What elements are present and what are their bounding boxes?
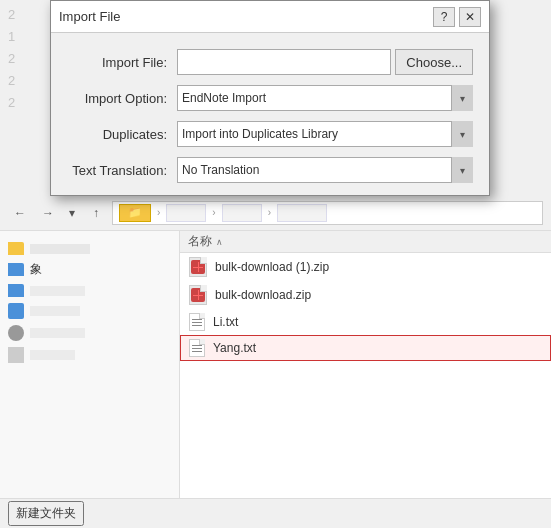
sidebar-icon-3 [8, 303, 24, 319]
zip-badge-inner-1 [193, 262, 203, 272]
close-button[interactable]: ✕ [459, 7, 481, 27]
duplicates-select[interactable]: Import into Duplicates Library Discard D… [177, 121, 473, 147]
zip-icon-1 [189, 257, 207, 277]
address-item-1[interactable]: 📁 [119, 204, 151, 222]
dialog-controls: ? ✕ [433, 7, 481, 27]
sidebar-item-elephant[interactable]: 象 [0, 258, 179, 281]
dialog-body: Import File: Choose... Import Option: En… [51, 33, 489, 195]
up-button[interactable]: ↑ [84, 201, 108, 225]
sidebar-icon-4 [8, 325, 24, 341]
forward-button[interactable]: → [36, 201, 60, 225]
header-name-label: 名称 [188, 233, 212, 250]
sort-arrow: ∧ [216, 237, 223, 247]
import-file-label: Import File: [67, 55, 177, 70]
text-translation-select[interactable]: No Translation Unicode (UTF-8) [177, 157, 473, 183]
folder-icon-elephant [8, 263, 24, 276]
file-item-bulk1[interactable]: bulk-download (1).zip [180, 253, 551, 281]
import-option-select[interactable]: EndNote Import RefMan RIS BibTeX [177, 85, 473, 111]
address-item-3[interactable] [222, 204, 262, 222]
address-sep-3: › [268, 207, 271, 218]
sidebar-item-4[interactable] [0, 322, 179, 344]
sidebar-item-2[interactable] [0, 281, 179, 300]
file-name-bulk1: bulk-download (1).zip [215, 260, 329, 274]
back-button[interactable]: ← [8, 201, 32, 225]
main-file-panel: 名称 ∧ bulk-download (1).zip [180, 231, 551, 498]
zip-badge-inner-2 [193, 290, 203, 300]
sidebar-label-3 [30, 306, 80, 316]
file-item-yang[interactable]: Yang.txt [180, 335, 551, 361]
file-name-li: Li.txt [213, 315, 238, 329]
file-item-bulk2[interactable]: bulk-download.zip [180, 281, 551, 309]
folder-icon-2 [8, 284, 24, 297]
name-column-header: 名称 ∧ [188, 233, 543, 250]
dropdown-button[interactable]: ▾ [64, 201, 80, 225]
choose-button[interactable]: Choose... [395, 49, 473, 75]
address-item-4[interactable] [277, 204, 327, 222]
sidebar-label-2 [30, 286, 85, 296]
sidebar-item-3[interactable] [0, 300, 179, 322]
file-item-li[interactable]: Li.txt [180, 309, 551, 335]
folder-icon-1 [8, 242, 24, 255]
txt-icon-li [189, 313, 205, 331]
text-translation-select-wrapper: No Translation Unicode (UTF-8) ▾ [177, 157, 473, 183]
import-file-dialog: Import File ? ✕ Import File: Choose... I… [50, 0, 490, 196]
sidebar-label-elephant: 象 [30, 261, 42, 278]
sidebar-item-1[interactable] [0, 239, 179, 258]
import-option-label: Import Option: [67, 91, 177, 106]
txt-icon-yang [189, 339, 205, 357]
import-file-input[interactable] [177, 49, 391, 75]
sidebar-label-1 [30, 244, 90, 254]
file-name-bulk2: bulk-download.zip [215, 288, 311, 302]
duplicates-row: Duplicates: Import into Duplicates Libra… [67, 121, 473, 147]
text-translation-row: Text Translation: No Translation Unicode… [67, 157, 473, 183]
address-bar: 📁 › › › [112, 201, 543, 225]
zip-badge-2 [191, 288, 205, 302]
address-sep-2: › [212, 207, 215, 218]
sidebar-label-4 [30, 328, 85, 338]
sidebar-icon-5 [8, 347, 24, 363]
explorer-content: 象 名称 ∧ [0, 231, 551, 498]
explorer-bottom-bar: 新建文件夹 [0, 498, 551, 528]
new-folder-button[interactable]: 新建文件夹 [8, 501, 84, 526]
address-sep-1: › [157, 207, 160, 218]
duplicates-select-wrapper: Import into Duplicates Library Discard D… [177, 121, 473, 147]
dialog-title: Import File [59, 9, 120, 24]
dialog-titlebar: Import File ? ✕ [51, 1, 489, 33]
explorer-toolbar: ← → ▾ ↑ 📁 › › › [0, 195, 551, 231]
file-name-yang: Yang.txt [213, 341, 256, 355]
duplicates-label: Duplicates: [67, 127, 177, 142]
zip-badge-1 [191, 260, 205, 274]
file-explorer: ← → ▾ ↑ 📁 › › › 象 [0, 195, 551, 528]
import-file-row: Import File: Choose... [67, 49, 473, 75]
file-list-header: 名称 ∧ [180, 231, 551, 253]
import-option-row: Import Option: EndNote Import RefMan RIS… [67, 85, 473, 111]
help-button[interactable]: ? [433, 7, 455, 27]
address-item-2[interactable] [166, 204, 206, 222]
sidebar-panel: 象 [0, 231, 180, 498]
sidebar-label-5 [30, 350, 75, 360]
import-file-field: Choose... [177, 49, 473, 75]
zip-icon-2 [189, 285, 207, 305]
sidebar-item-5[interactable] [0, 344, 179, 366]
import-option-select-wrapper: EndNote Import RefMan RIS BibTeX ▾ [177, 85, 473, 111]
text-translation-label: Text Translation: [67, 163, 177, 178]
